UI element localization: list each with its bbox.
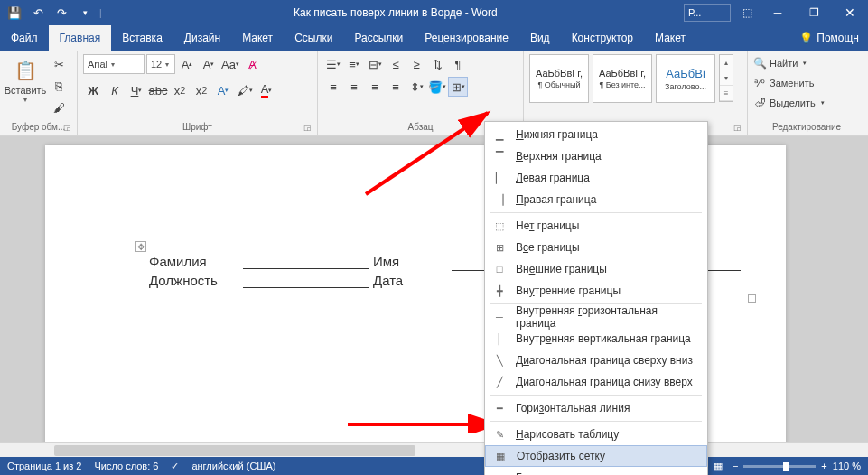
menu-all-borders[interactable]: ⊞Все границы <box>485 237 707 258</box>
tab-constructor[interactable]: Конструктор <box>561 25 644 51</box>
menu-top-border[interactable]: ▔Верхняя граница <box>485 145 707 167</box>
align-center-icon[interactable]: ≡ <box>344 77 364 97</box>
format-painter-icon[interactable]: 🖌 <box>49 98 69 117</box>
find-button[interactable]: 🔍Найти▾ <box>753 54 807 72</box>
shading-icon[interactable]: 🪣▾ <box>427 77 447 97</box>
increase-indent-icon[interactable]: ≥ <box>406 54 426 74</box>
status-proofing-icon[interactable]: ✓ <box>171 461 179 472</box>
menu-draw-table[interactable]: ✎Нарисовать таблицу <box>485 424 707 445</box>
border-none-icon: ⬚ <box>492 219 507 233</box>
paste-button[interactable]: 📋 Вставить ▾ <box>5 54 45 106</box>
horizontal-scrollbar[interactable] <box>0 442 868 457</box>
tab-file[interactable]: Файл <box>0 25 49 51</box>
zoom-slider[interactable] <box>743 465 816 468</box>
account-badge[interactable]: Р... <box>684 4 731 22</box>
menu-right-border[interactable]: ▕Правая граница <box>485 189 707 210</box>
font-size-combo[interactable]: 12▾ <box>146 54 175 74</box>
launcher-icon[interactable]: ◲ <box>63 123 71 132</box>
menu-left-border[interactable]: ▏Левая граница <box>485 167 707 189</box>
field-surname-label: Фамилия <box>149 254 239 269</box>
decrease-indent-icon[interactable]: ≤ <box>386 54 406 74</box>
numbering-icon[interactable]: ≡▾ <box>344 54 364 74</box>
replace-button[interactable]: ᵃ⁄ᵇЗаменить <box>753 74 814 92</box>
strike-icon[interactable]: abc <box>148 80 168 100</box>
menu-bottom-border[interactable]: ▁Нижняя граница <box>485 124 707 145</box>
document-area[interactable]: ✥ Фамилия Имя Должность Дата <box>0 136 868 457</box>
styles-scroll[interactable]: ▴ ▾ ≡ <box>719 54 733 102</box>
restore-button[interactable]: ❐ <box>796 0 832 25</box>
align-left-icon[interactable]: ≡ <box>323 77 343 97</box>
show-marks-icon[interactable]: ¶ <box>448 54 468 74</box>
table-resize-handle-icon[interactable] <box>748 294 756 303</box>
tab-layout[interactable]: Макет <box>231 25 284 51</box>
change-case-icon[interactable]: Aa▾ <box>220 54 240 74</box>
tab-layout2[interactable]: Макет <box>644 25 696 51</box>
zoom-level[interactable]: 110 % <box>833 461 861 471</box>
bullets-icon[interactable]: ☰▾ <box>323 54 343 74</box>
multilevel-icon[interactable]: ⊟▾ <box>365 54 385 74</box>
clear-format-icon[interactable]: A̷ <box>242 54 262 74</box>
status-page[interactable]: Страница 1 из 2 <box>7 461 81 471</box>
tab-insert[interactable]: Вставка <box>111 25 173 51</box>
field-position-label: Должность <box>149 273 239 288</box>
tab-design[interactable]: Дизайн <box>173 25 231 51</box>
tab-view[interactable]: Вид <box>519 25 561 51</box>
ribbon-options-icon[interactable]: ⬚ <box>734 0 760 25</box>
title-bar: 💾 ↶ ↷ ▾ | Как писать поверх линии в Ворд… <box>0 0 868 25</box>
text-effects-icon[interactable]: A▾ <box>213 80 233 100</box>
border-all-icon: ⊞ <box>492 240 507 255</box>
grow-font-icon[interactable]: A▴ <box>177 54 197 74</box>
status-language[interactable]: английский (США) <box>191 461 275 471</box>
menu-inside-v-border[interactable]: │Внутренняя вертикальная граница <box>485 328 707 349</box>
undo-icon[interactable]: ↶ <box>27 2 49 23</box>
menu-inside-h-border[interactable]: ─Внутренняя горизонтальная граница <box>485 306 707 328</box>
style-heading[interactable]: АаБбВі Заголово... <box>656 54 715 103</box>
minimize-button[interactable]: ─ <box>760 0 796 25</box>
menu-diag-up-border[interactable]: ╱Диагональная граница снизу вверх <box>485 371 707 393</box>
zoom-in-icon[interactable]: + <box>821 461 826 471</box>
superscript-icon[interactable]: x2 <box>191 80 211 100</box>
menu-no-border[interactable]: ⬚Нет границы <box>485 215 707 237</box>
borders-button[interactable]: ⊞▾ <box>448 77 468 97</box>
launcher-icon[interactable]: ◲ <box>303 123 312 132</box>
sort-icon[interactable]: ⇅ <box>427 54 447 74</box>
menu-outside-borders[interactable]: □Внешние границы <box>485 258 707 280</box>
redo-icon[interactable]: ↷ <box>51 2 72 23</box>
style-normal[interactable]: АаБбВвГг, ¶ Обычный <box>529 54 589 103</box>
launcher-icon[interactable]: ◲ <box>733 123 742 132</box>
zoom-out-icon[interactable]: − <box>733 461 738 471</box>
view-web-icon[interactable]: ▦ <box>709 459 727 473</box>
highlight-icon[interactable]: 🖍▾ <box>235 80 255 100</box>
menu-inside-borders[interactable]: ╋Внутренние границы <box>485 280 707 302</box>
menu-diag-down-border[interactable]: ╲Диагональная граница сверху вниз <box>485 349 707 371</box>
tab-home[interactable]: Главная <box>49 25 112 51</box>
tab-mailings[interactable]: Рассылки <box>343 25 414 51</box>
cut-icon[interactable]: ✂ <box>49 54 69 74</box>
subscript-icon[interactable]: x2 <box>170 80 190 100</box>
copy-icon[interactable]: ⎘ <box>49 76 69 96</box>
font-color-icon[interactable]: A▾ <box>257 80 276 100</box>
scrollbar-thumb[interactable] <box>54 445 415 456</box>
document-content[interactable]: Фамилия Имя Должность Дата <box>149 254 418 292</box>
status-words[interactable]: Число слов: 6 <box>94 461 158 471</box>
close-button[interactable]: ✕ <box>832 0 868 25</box>
tab-references[interactable]: Ссылки <box>284 25 343 51</box>
tell-me-search[interactable]: 💡 Помощн <box>790 32 868 44</box>
align-right-icon[interactable]: ≡ <box>365 77 385 97</box>
style-no-spacing[interactable]: АаБбВвГг, ¶ Без инте... <box>593 54 652 103</box>
save-icon[interactable]: 💾 <box>4 2 25 23</box>
bold-icon[interactable]: Ж <box>83 80 103 100</box>
menu-view-gridlines[interactable]: ▦Отобразить сетку <box>485 445 707 467</box>
table-move-handle-icon[interactable]: ✥ <box>135 241 146 252</box>
select-button[interactable]: ⮰Выделить▾ <box>753 94 825 112</box>
justify-icon[interactable]: ≡ <box>386 77 406 97</box>
menu-horizontal-line[interactable]: ━Горизонтальная линия <box>485 397 707 419</box>
qat-customize-icon[interactable]: ▾ <box>74 2 96 23</box>
font-name-combo[interactable]: Arial▾ <box>83 54 145 74</box>
menu-borders-shading[interactable]: ▦Границы и заливка... <box>485 467 707 475</box>
underline-icon[interactable]: Ч▾ <box>126 80 146 100</box>
tab-review[interactable]: Рецензирование <box>414 25 519 51</box>
shrink-font-icon[interactable]: A▾ <box>199 54 219 74</box>
italic-icon[interactable]: К <box>105 80 125 100</box>
line-spacing-icon[interactable]: ⇕▾ <box>406 77 426 97</box>
